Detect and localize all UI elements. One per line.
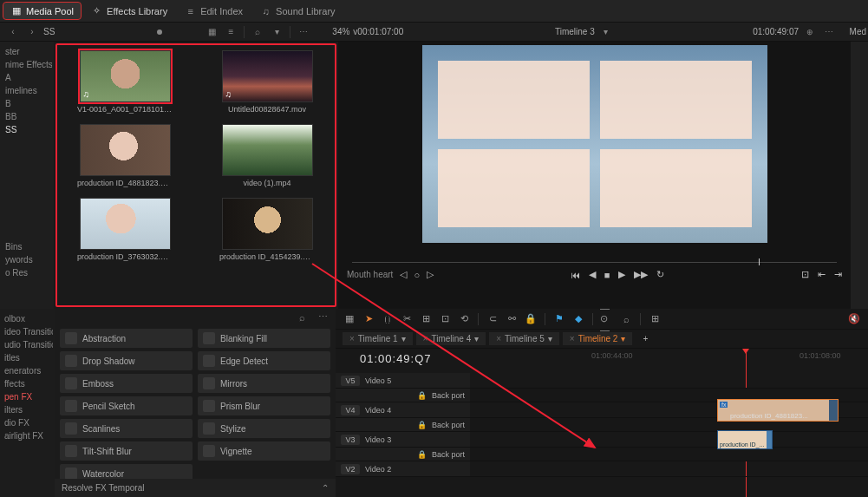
clip-thumbnail[interactable] [80,198,171,250]
list-view-button[interactable]: ≡ [223,25,238,39]
close-tab-icon[interactable]: × [570,334,575,343]
scrub-playhead[interactable] [759,258,760,265]
blade-tool-button[interactable]: ✂ [400,312,414,326]
clip-thumbnail[interactable]: ♫ [222,50,313,102]
tl-view-button[interactable]: ▦ [343,312,356,326]
selection-tool-button[interactable]: ➤ [362,312,375,326]
close-tab-icon[interactable]: × [423,334,428,343]
track-lane[interactable]: fx production ID_4881823... [470,402,868,417]
fx-category-item[interactable]: dio FX [2,416,53,429]
timeline-tab[interactable]: ×Timeline 4 ▾ [416,332,486,345]
track-lane[interactable] [470,461,868,476]
fx-search-button[interactable]: ⌕ [294,311,310,324]
fx-preset-item[interactable]: Abstraction [60,329,193,348]
track-sub-header[interactable]: 🔒Back port [336,389,470,402]
marker-blue-button[interactable]: ◆ [571,312,585,326]
timeline-clip[interactable]: production ID_... [717,430,773,449]
loop-button[interactable]: ↻ [656,269,664,280]
fx-category-item[interactable]: ffects [2,377,53,390]
media-pool-tab[interactable]: ▦ Media Pool [3,3,81,19]
clip-thumbnail[interactable]: ♫ [80,50,171,102]
tc-more-button[interactable]: ⋯ [821,25,837,39]
right-panel-label[interactable]: Med [850,27,866,36]
media-clip[interactable]: production ID_4881823.mp4 [66,124,184,187]
step-back-button[interactable]: ◀ [589,269,596,280]
timeline-tab[interactable]: ×Timeline 5 ▾ [489,332,559,345]
fx-category-item[interactable]: pen FX [2,390,53,403]
smart-bin-item[interactable]: o Res [2,266,52,279]
bin-item[interactable]: A [2,71,52,84]
search-button[interactable]: ⌕ [250,25,265,39]
sound-library-tab[interactable]: ♫ Sound Library [253,3,343,19]
bin-item[interactable]: imelines [2,84,52,97]
bin-item[interactable]: BB [2,110,52,123]
fx-preset-item[interactable]: Emboss [60,374,193,393]
chevron-down-icon[interactable]: ▾ [401,334,406,343]
clip-thumbnail[interactable] [80,124,171,176]
overwrite-button[interactable]: ⊡ [438,312,452,326]
track-sub-header[interactable]: 🔒Back port [336,448,470,461]
fx-preset-item[interactable]: Mirrors [198,374,330,393]
thumb-view-button[interactable]: ▦ [204,25,219,39]
timeline-tab[interactable]: ×Timeline 2 ▾ [563,332,633,345]
chevron-down-icon[interactable]: ▾ [621,334,625,343]
in-point-button[interactable]: ⇤ [818,269,826,280]
fx-preset-item[interactable]: Pencil Sketch [60,396,193,415]
fx-preset-item[interactable]: Scanlines [60,419,193,438]
chevron-down-icon[interactable]: ▾ [548,334,552,343]
nav-back-button[interactable]: ‹ [5,25,21,39]
fx-category-item[interactable]: airlight FX [2,429,53,442]
chevron-down-icon[interactable]: ▾ [598,25,614,39]
video-track-row[interactable]: V5Video 5 [336,373,868,389]
fx-category-item[interactable]: olbox [2,312,53,325]
track-header[interactable]: V3Video 3 [336,432,470,447]
track-lane[interactable]: production ID_... [470,432,868,447]
track-id-badge[interactable]: V3 [341,435,360,445]
mute-button[interactable]: 🔇 [847,312,861,326]
close-tab-icon[interactable]: × [349,334,355,343]
effects-library-tab[interactable]: ✧ Effects Library [84,3,174,19]
lock-icon[interactable]: 🔒 [417,391,427,400]
fx-preset-item[interactable]: Prism Blur [198,396,330,415]
clip-thumbnail[interactable] [222,124,313,176]
smart-bin-item[interactable]: ywords [2,253,52,266]
link-button[interactable]: ⚯ [505,312,519,326]
fx-category-item[interactable]: udio Transitions [2,338,53,351]
fx-category-item[interactable]: itles [2,351,53,364]
fx-preset-item[interactable]: Edge Detect [198,351,330,370]
fx-category-item[interactable]: enerators [2,364,53,377]
bin-item[interactable]: ster [2,45,52,58]
fx-category-item[interactable]: ilters [2,403,53,416]
video-track-row[interactable]: V3Video 3production ID_... [336,432,868,448]
media-clip[interactable]: video (1).mp4 [208,124,326,187]
next-marker-button[interactable]: ▷ [427,269,434,280]
tc-options-icon[interactable]: ⊕ [802,25,818,39]
smart-bin-item[interactable]: Bins [2,240,52,253]
timeline-title-dropdown[interactable]: Timeline 3 [555,27,595,36]
nav-fwd-button[interactable]: › [24,25,40,39]
sort-dropdown[interactable]: ▾ [269,25,284,39]
replace-button[interactable]: ⟲ [457,312,471,326]
close-tab-icon[interactable]: × [496,334,501,343]
track-id-badge[interactable]: V5 [341,376,360,386]
track-id-badge[interactable]: V2 [341,464,360,474]
fx-category-item[interactable]: ideo Transitions [2,325,53,338]
goto-start-button[interactable]: ⏮ [571,270,580,280]
expand-icon[interactable]: ⌃ [322,483,329,493]
prev-marker-button[interactable]: ◁ [400,269,407,280]
zoom-slider[interactable]: —⊙— [600,312,614,326]
video-track-row[interactable]: V4Video 4fx production ID_4881823... [336,402,868,418]
fx-more-button[interactable]: ⋯ [315,311,330,324]
chevron-down-icon[interactable]: ▾ [474,334,479,343]
media-clip[interactable]: production ID_3763032.mp4 [66,198,184,261]
viewer-canvas[interactable] [422,45,767,243]
play-button[interactable]: ▶ [618,269,625,280]
tl-options-button[interactable]: ⊞ [648,312,662,326]
track-id-badge[interactable]: V4 [341,405,360,415]
out-point-button[interactable]: ⇥ [834,269,842,280]
bin-item[interactable]: B [2,97,52,110]
fx-group-footer-label[interactable]: Resolve FX Temporal [62,483,144,493]
bin-item[interactable]: SS [2,123,52,136]
timeline-tab[interactable]: ×Timeline 1 ▾ [343,332,413,345]
match-frame-button[interactable]: ⊡ [801,269,809,280]
